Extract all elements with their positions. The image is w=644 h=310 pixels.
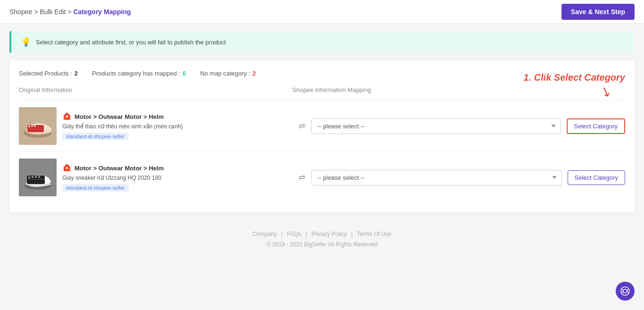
product-tag-1: standard-id-shopee-seller [62, 133, 129, 140]
product-left-1: Motor > Outwear Motor > Helm Giày thể th… [19, 107, 292, 145]
info-banner: 💡 Select category and attribute first, o… [9, 31, 635, 53]
breadcrumb-category-mapping: Category Mapping [73, 8, 131, 16]
product-image-2 [19, 159, 57, 196]
stat-mapped: Products category has mapped : 0 [92, 70, 186, 77]
product-right-2: -- please select -- Select Category [311, 170, 625, 185]
mapped-label: Products category has mapped : [92, 70, 180, 77]
breadcrumb-bulk-edit: Bulk Edit [40, 8, 66, 16]
product-tag-2: standard-id-shopee-seller [62, 184, 129, 192]
product-row-1: 1. Clik Select Category ↘ [19, 100, 625, 151]
product-image-svg-2 [19, 159, 57, 196]
mapping-select-1[interactable]: -- please select -- [311, 118, 561, 134]
footer-links: Company | FAQs | Privacy Policy | Terms … [9, 229, 635, 240]
selected-value: 2 [74, 70, 78, 77]
product-category-2: Motor > Outwear Motor > Helm [74, 165, 164, 172]
shopee-logo-icon-2 [62, 163, 72, 173]
product-row-2: Motor > Outwear Motor > Helm Giày sneake… [19, 151, 625, 203]
mapping-select-2[interactable]: -- please select -- [311, 170, 562, 185]
transfer-icon-1: ⇌ [292, 121, 311, 131]
col-right-header: Shopee Information Mapping [292, 86, 625, 93]
nomap-value: 2 [253, 70, 256, 77]
svg-point-3 [28, 126, 30, 127]
svg-point-13 [38, 176, 40, 178]
mapping-select-wrapper-1: -- please select -- [311, 118, 561, 134]
footer: Company | FAQs | Privacy Policy | Terms … [0, 220, 644, 259]
mapping-select-wrapper-2: -- please select -- [311, 170, 562, 185]
main-card: Selected Products : 2 Products category … [9, 60, 635, 212]
transfer-icon-2: ⇌ [292, 172, 311, 183]
product-name-2: Giày sneaker nữ Ulzzang HQ 2020 180 [62, 175, 292, 181]
breadcrumb: Shopee > Bulk Edit > Category Mapping [9, 8, 131, 16]
svg-point-4 [31, 125, 33, 127]
svg-point-10 [28, 176, 30, 178]
product-brand-2: Motor > Outwear Motor > Helm [62, 163, 292, 173]
footer-copyright: © 2019 - 2020 BigSeller All Rights Reser… [9, 240, 635, 250]
col-left-header: Original Information [19, 86, 292, 93]
stat-nomap: No map category : 2 [200, 70, 256, 77]
banner-message: Select category and attribute first, or … [36, 39, 226, 46]
product-left-2: Motor > Outwear Motor > Helm Giày sneake… [19, 159, 292, 196]
product-name-1: Giày thể thao nữ thêu mèo xinh xắn (mèo … [62, 123, 292, 130]
selected-label: Selected Products : [19, 70, 72, 77]
footer-company-link[interactable]: Company [253, 231, 277, 237]
product-right-1: -- please select -- Select Category [311, 118, 625, 134]
select-category-button-1[interactable]: Select Category [567, 118, 626, 134]
product-image-svg-1 [19, 107, 57, 145]
header: Shopee > Bulk Edit > Category Mapping Sa… [0, 0, 644, 24]
footer-faqs-link[interactable]: FAQs [287, 231, 301, 237]
svg-point-11 [32, 176, 33, 178]
select-category-button-2[interactable]: Select Category [568, 170, 626, 185]
nomap-label: No map category : [200, 70, 250, 77]
product-info-1: Motor > Outwear Motor > Helm Giày thể th… [62, 112, 292, 140]
breadcrumb-shopee: Shopee [9, 8, 32, 16]
footer-privacy-link[interactable]: Privacy Policy [312, 231, 347, 237]
footer-terms-link[interactable]: Terms Of Use [357, 231, 391, 237]
mapped-value: 0 [182, 70, 186, 77]
product-info-2: Motor > Outwear Motor > Helm Giày sneake… [62, 163, 292, 192]
save-next-button[interactable]: Save & Next Step [561, 4, 635, 20]
product-category-1: Motor > Outwear Motor > Helm [74, 113, 164, 120]
column-headers: Original Information Shopee Information … [19, 86, 625, 93]
svg-point-5 [34, 125, 36, 127]
stats-row: Selected Products : 2 Products category … [19, 70, 625, 77]
hint-icon: 💡 [21, 37, 31, 47]
svg-point-12 [35, 176, 37, 178]
shopee-logo-icon-1 [62, 112, 72, 121]
stat-selected: Selected Products : 2 [19, 70, 78, 77]
product-brand-1: Motor > Outwear Motor > Helm [62, 112, 292, 121]
product-image-1 [19, 107, 57, 145]
